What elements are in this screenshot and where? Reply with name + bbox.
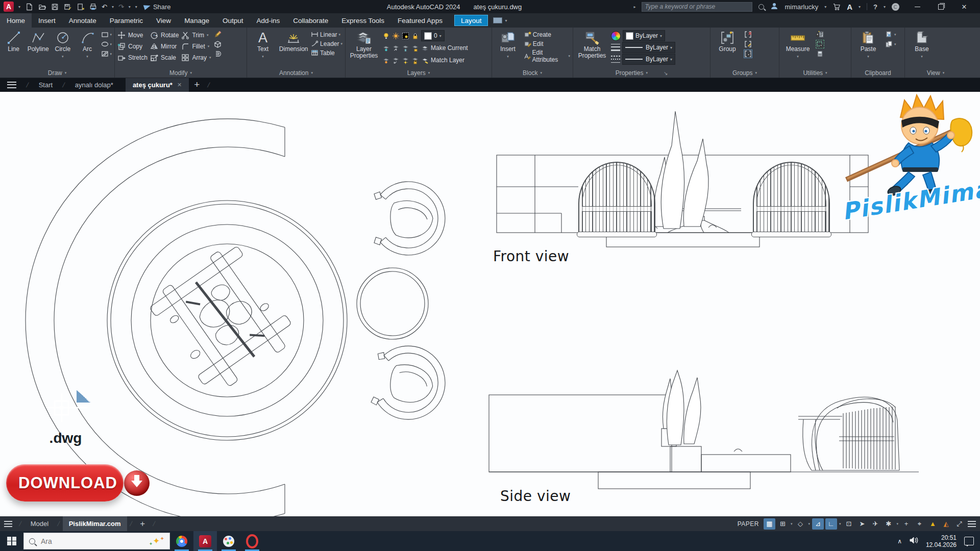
layer-viewport-freeze-icon[interactable] (402, 32, 409, 40)
object-color-icon[interactable] (611, 31, 621, 41)
annotation-scale-button[interactable]: ✱ (883, 518, 894, 530)
autoscale-toggle[interactable]: ✈ (869, 518, 881, 530)
lineweight-dropdown[interactable]: ByLayer ▾ (622, 42, 675, 53)
cut-icon[interactable]: ▾ (885, 31, 896, 38)
edit-block-button[interactable]: Edit (524, 40, 570, 47)
file-tab-aynali-dolap[interactable]: aynalı dolap* (68, 78, 120, 92)
panel-annotation-footer[interactable]: Annotation▾ (247, 68, 345, 78)
assistant-icon[interactable] (892, 3, 899, 11)
linetype-icon[interactable] (611, 55, 620, 64)
autodesk-account-icon[interactable]: A (847, 3, 852, 11)
layer-off-icon[interactable] (382, 57, 390, 64)
lineweight-icon[interactable] (611, 43, 620, 52)
new-file-icon[interactable] (25, 3, 33, 11)
ribbon-display-toggle[interactable]: ▾ (493, 13, 507, 28)
layer-select-dropdown[interactable]: 0 ▾ (421, 30, 445, 41)
hatch-tool-icon[interactable]: ▾ (101, 50, 112, 58)
tab-parametric[interactable]: Parametric (103, 13, 150, 28)
workspace-switching-button[interactable]: + (900, 518, 912, 530)
start-button[interactable] (0, 531, 23, 551)
fillet-button[interactable]: Fillet▾ (181, 41, 211, 52)
undo-icon[interactable]: ↶ (102, 3, 107, 11)
layout-tab-pislikmimar[interactable]: PislikMimar.com (63, 516, 127, 531)
measure-button[interactable]: Measure ▾ (782, 29, 814, 68)
tab-output[interactable]: Output (216, 13, 250, 28)
user-menu-caret-icon[interactable]: ▾ (824, 5, 826, 9)
tab-addins[interactable]: Add-ins (250, 13, 286, 28)
panel-block-footer[interactable]: Block▾ (492, 68, 573, 78)
user-avatar-icon[interactable] (770, 2, 778, 12)
scale-button[interactable]: Scale (150, 53, 179, 63)
help-search-input[interactable]: Type a keyword or phrase (642, 2, 752, 12)
explode-tool-icon[interactable] (214, 40, 222, 48)
make-current-icon[interactable] (421, 44, 429, 52)
create-block-button[interactable]: Create (524, 31, 570, 38)
match-properties-button[interactable]: Match Properties (576, 29, 608, 68)
tab-featured-apps[interactable]: Featured Apps (391, 13, 449, 28)
offset-tool-icon[interactable] (214, 50, 222, 58)
leader-button[interactable]: Leader▾ (311, 40, 342, 47)
app-menu-caret-icon[interactable]: ▾ (18, 5, 20, 9)
layout-tab-model[interactable]: Model (24, 516, 55, 531)
panel-groups-footer[interactable]: Groups▾ (710, 68, 779, 78)
volume-icon[interactable] (910, 537, 918, 546)
print-icon[interactable] (89, 3, 97, 11)
file-tabs-menu-icon[interactable] (7, 82, 16, 88)
paper-space-toggle[interactable]: PAPER (738, 520, 759, 528)
customization-menu-icon[interactable] (968, 521, 976, 527)
copy-button[interactable]: Copy (117, 41, 148, 52)
layout-tabs-menu-icon[interactable] (4, 521, 12, 527)
tab-collaborate[interactable]: Collaborate (286, 13, 335, 28)
tab-view[interactable]: View (150, 13, 178, 28)
qat-customize-caret-icon[interactable]: ▾ (135, 5, 137, 9)
trim-button[interactable]: Trim▾ (181, 30, 211, 40)
layer-freeze2-icon[interactable] (402, 44, 409, 52)
color-dropdown[interactable]: ByLayer ▾ (623, 30, 665, 41)
tab-manage[interactable]: Manage (178, 13, 216, 28)
autodesk-caret-icon[interactable]: ▾ (859, 5, 861, 9)
base-caret-icon[interactable]: ▾ (921, 53, 923, 60)
insert-caret-icon[interactable]: ▾ (507, 53, 509, 60)
taskbar-search-input[interactable] (40, 537, 113, 546)
annotation-monitor-icon[interactable]: ▲ (927, 518, 939, 530)
circle-button[interactable]: Circle ▾ (52, 29, 74, 68)
panel-utilities-footer[interactable]: Utilities▾ (779, 68, 851, 78)
make-current-label[interactable]: Make Current (431, 44, 468, 52)
calculator-icon[interactable] (816, 50, 824, 58)
layer-freeze-icon[interactable] (392, 32, 400, 40)
taskbar-paint-icon[interactable] (217, 531, 240, 551)
restore-button[interactable] (929, 0, 952, 13)
edit-attributes-button[interactable]: Edit Attributes▾ (524, 49, 570, 63)
search-expand-icon[interactable]: ▸ (633, 5, 635, 9)
search-icon[interactable] (758, 4, 764, 10)
minimize-button[interactable] (905, 0, 929, 13)
tab-layout[interactable]: Layout (454, 15, 488, 26)
new-drawing-button[interactable]: + (194, 79, 200, 90)
layer-lock2-icon[interactable] (411, 44, 419, 52)
paste-button[interactable]: Paste ▾ (854, 29, 883, 68)
table-button[interactable]: Table (311, 49, 342, 57)
line-button[interactable]: Line (3, 29, 24, 68)
text-caret-icon[interactable]: ▾ (262, 53, 264, 60)
layer-isolate-icon[interactable] (382, 44, 390, 52)
save-icon[interactable] (51, 3, 59, 11)
taskbar-search-box[interactable]: ✦✦✦ (23, 533, 170, 549)
notification-center-icon[interactable] (964, 537, 974, 545)
file-tab-close-icon[interactable]: ✕ (177, 82, 182, 88)
drawing-canvas[interactable]: Front view Side view PislikMimar .dwg DO… (0, 92, 980, 516)
redo-icon[interactable]: ↷ (118, 3, 124, 11)
ungroup-icon[interactable] (744, 31, 752, 38)
panel-modify-footer[interactable]: Modify▾ (115, 68, 247, 78)
select-window-icon[interactable] (816, 40, 824, 48)
measure-caret-icon[interactable]: ▾ (797, 53, 799, 60)
autocad-logo-icon[interactable]: A (4, 2, 14, 12)
arc-button[interactable]: Arc ▾ (76, 29, 98, 68)
text-button[interactable]: A Text ▾ (250, 29, 276, 68)
paste-caret-icon[interactable]: ▾ (867, 53, 869, 60)
file-tab-start[interactable]: Start (32, 78, 60, 92)
erase-tool-icon[interactable] (214, 31, 222, 38)
group-selection-icon[interactable] (744, 50, 752, 58)
rotate-button[interactable]: Rotate (150, 30, 179, 40)
clean-screen-toggle[interactable]: ⤢ (953, 518, 965, 530)
selection-cycling-toggle[interactable]: ⊡ (843, 518, 854, 530)
